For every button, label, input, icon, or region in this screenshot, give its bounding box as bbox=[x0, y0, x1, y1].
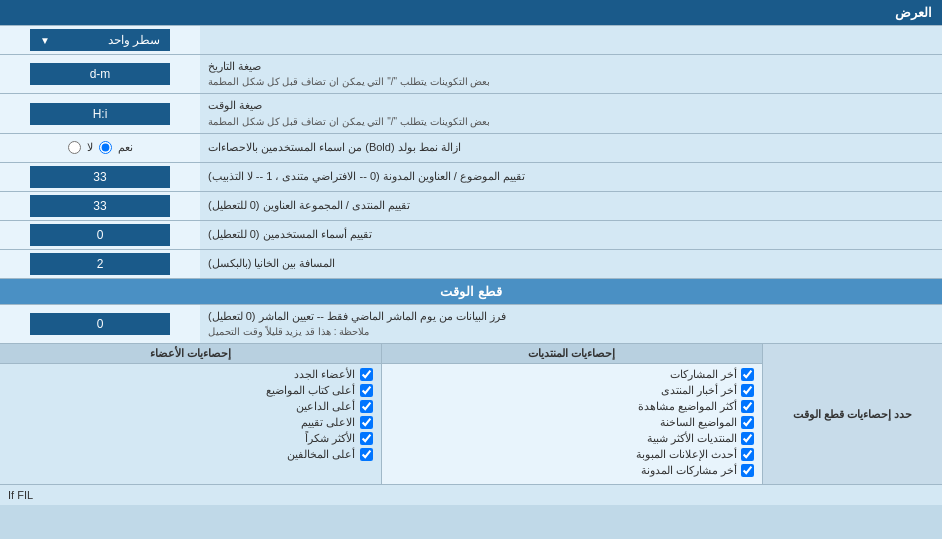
time-format-desc: بعض التكوينات يتطلب "/" التي يمكن ان تضا… bbox=[208, 115, 490, 129]
time-format-input[interactable] bbox=[30, 103, 170, 125]
list-item: أخر مشاركات المدونة bbox=[390, 464, 755, 477]
list-item: أكثر المواضيع مشاهدة bbox=[390, 400, 755, 413]
col1-items: أخر المشاركات أخر أخبار المنتدى أكثر الم… bbox=[382, 364, 763, 484]
time-format-row: صيغة الوقت بعض التكوينات يتطلب "/" التي … bbox=[0, 94, 942, 133]
bottom-text: If FIL bbox=[0, 485, 942, 505]
date-format-row: صيغة التاريخ بعض التكوينات يتطلب "/" الت… bbox=[0, 55, 942, 94]
col2-cb-1[interactable] bbox=[360, 384, 373, 397]
single-line-value: سطر واحد bbox=[108, 33, 160, 47]
col1-header: إحصاءيات المنتديات bbox=[382, 344, 763, 364]
col2-header: إحصاءيات الأعضاء bbox=[0, 344, 381, 364]
bold-no-radio[interactable] bbox=[68, 141, 81, 154]
bold-radio-cell: نعم لا bbox=[68, 141, 133, 154]
users-sort-label: تقييم أسماء المستخدمين (0 للتعطيل) bbox=[200, 221, 942, 249]
bold-remove-radios: نعم لا bbox=[0, 134, 200, 162]
list-item: أخر المشاركات bbox=[390, 368, 755, 381]
space-between-input[interactable] bbox=[30, 253, 170, 275]
forum-sort-input[interactable] bbox=[30, 195, 170, 217]
dropdown-arrow-icon: ▼ bbox=[40, 35, 50, 46]
col2-cb-0[interactable] bbox=[360, 368, 373, 381]
col1-container: إحصاءيات المنتديات أخر المشاركات أخر أخب… bbox=[382, 344, 763, 484]
col2-items: الأعضاء الجدد أعلى كتاب المواضيع أعلى ال… bbox=[0, 364, 381, 468]
space-between-label: المسافة بين الخانيا (بالبكسل) bbox=[200, 250, 942, 278]
date-format-input[interactable] bbox=[30, 63, 170, 85]
col1-cb-5[interactable] bbox=[741, 448, 754, 461]
col1-cb-0[interactable] bbox=[741, 368, 754, 381]
col1-cb-3[interactable] bbox=[741, 416, 754, 429]
col1-cb-6[interactable] bbox=[741, 464, 754, 477]
page-header-label: العرض bbox=[0, 0, 942, 25]
col1-cb-2[interactable] bbox=[741, 400, 754, 413]
users-sort-input[interactable] bbox=[30, 224, 170, 246]
list-item: أعلى كتاب المواضيع bbox=[8, 384, 373, 397]
date-format-input-cell bbox=[0, 55, 200, 93]
list-item: الاعلى تقييم bbox=[8, 416, 373, 429]
date-format-label: صيغة التاريخ بعض التكوينات يتطلب "/" الت… bbox=[200, 55, 942, 93]
col1-cb-4[interactable] bbox=[741, 432, 754, 445]
checkboxes-header-label: حدد إحصاءيات قطع الوقت bbox=[762, 344, 942, 484]
topics-sort-input[interactable] bbox=[30, 166, 170, 188]
col2-cb-5[interactable] bbox=[360, 448, 373, 461]
cutoff-input-cell bbox=[0, 305, 200, 343]
time-format-label: صيغة الوقت بعض التكوينات يتطلب "/" التي … bbox=[200, 94, 942, 132]
cutoff-note: ملاحظة : هذا قد يزيد قليلاً وقت التحميل bbox=[208, 325, 369, 339]
users-sort-row: تقييم أسماء المستخدمين (0 للتعطيل) bbox=[0, 221, 942, 250]
col2-container: إحصاءيات الأعضاء الأعضاء الجدد أعلى كتاب… bbox=[0, 344, 382, 484]
space-between-input-cell bbox=[0, 250, 200, 278]
col2-cb-4[interactable] bbox=[360, 432, 373, 445]
col2-cb-3[interactable] bbox=[360, 416, 373, 429]
bottom-text-label: If FIL bbox=[8, 489, 33, 501]
date-format-desc: بعض التكوينات يتطلب "/" التي يمكن ان تضا… bbox=[208, 75, 490, 89]
bold-no-label: لا bbox=[87, 141, 93, 154]
forum-sort-input-cell bbox=[0, 192, 200, 220]
single-line-row: سطر واحد ▼ bbox=[0, 26, 942, 55]
bold-remove-row: ازالة نمط بولد (Bold) من اسماء المستخدمي… bbox=[0, 134, 942, 163]
single-line-label bbox=[200, 26, 942, 54]
list-item: أعلى الداعين bbox=[8, 400, 373, 413]
topics-sort-label: تقييم الموضوع / العناوين المدونة (0 -- ا… bbox=[200, 163, 942, 191]
cutoff-input[interactable] bbox=[30, 313, 170, 335]
list-item: أحدث الإعلانات المبوبة bbox=[390, 448, 755, 461]
bold-yes-label: نعم bbox=[118, 141, 133, 154]
users-sort-input-cell bbox=[0, 221, 200, 249]
list-item: أعلى المخالفين bbox=[8, 448, 373, 461]
forum-sort-row: تقييم المنتدى / المجموعة العناوين (0 للت… bbox=[0, 192, 942, 221]
forum-sort-label: تقييم المنتدى / المجموعة العناوين (0 للت… bbox=[200, 192, 942, 220]
checkboxes-section: حدد إحصاءيات قطع الوقت إحصاءيات المنتديا… bbox=[0, 344, 942, 485]
cutoff-main: فرز البيانات من يوم الماشر الماضي فقط --… bbox=[208, 309, 506, 324]
single-line-input[interactable]: سطر واحد ▼ bbox=[0, 26, 200, 54]
col2-cb-2[interactable] bbox=[360, 400, 373, 413]
topics-sort-input-cell bbox=[0, 163, 200, 191]
list-item: الأكثر شكراً bbox=[8, 432, 373, 445]
bold-remove-label: ازالة نمط بولد (Bold) من اسماء المستخدمي… bbox=[200, 134, 942, 162]
list-item: المنتديات الأكثر شبية bbox=[390, 432, 755, 445]
cutoff-label: فرز البيانات من يوم الماشر الماضي فقط --… bbox=[200, 305, 942, 343]
cutoff-section-header: قطع الوقت bbox=[0, 279, 942, 305]
list-item: أخر أخبار المنتدى bbox=[390, 384, 755, 397]
list-item: الأعضاء الجدد bbox=[8, 368, 373, 381]
col1-cb-1[interactable] bbox=[741, 384, 754, 397]
cutoff-row: فرز البيانات من يوم الماشر الماضي فقط --… bbox=[0, 305, 942, 344]
time-format-input-cell bbox=[0, 94, 200, 132]
space-between-row: المسافة بين الخانيا (بالبكسل) bbox=[0, 250, 942, 279]
time-format-main: صيغة الوقت bbox=[208, 98, 262, 113]
list-item: المواضيع الساخنة bbox=[390, 416, 755, 429]
date-format-main: صيغة التاريخ bbox=[208, 59, 261, 74]
single-line-dropdown[interactable]: سطر واحد ▼ bbox=[30, 29, 170, 51]
bold-yes-radio[interactable] bbox=[99, 141, 112, 154]
topics-sort-row: تقييم الموضوع / العناوين المدونة (0 -- ا… bbox=[0, 163, 942, 192]
